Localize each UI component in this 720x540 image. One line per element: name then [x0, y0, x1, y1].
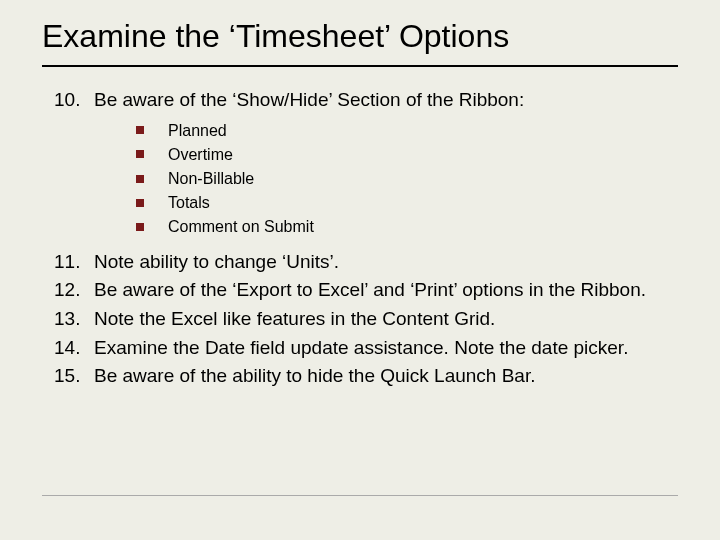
item-number: 13. — [54, 306, 94, 332]
item-number: 15. — [54, 363, 94, 389]
item-number: 12. — [54, 277, 94, 303]
slide: Examine the ‘Timesheet’ Options 10. Be a… — [0, 0, 720, 540]
numbered-list: 10. Be aware of the ‘Show/Hide’ Section … — [42, 87, 678, 113]
list-item: Non-Billable — [136, 167, 678, 190]
sub-item-text: Planned — [168, 119, 227, 142]
bullet-sublist: Planned Overtime Non-Billable Totals Com… — [136, 119, 678, 239]
list-item: 11. Note ability to change ‘Units’. — [54, 249, 678, 275]
item-number: 14. — [54, 335, 94, 361]
square-bullet-icon — [136, 199, 144, 207]
list-item: Planned — [136, 119, 678, 142]
item-number: 11. — [54, 249, 94, 275]
item-text: Note ability to change ‘Units’. — [94, 249, 678, 275]
numbered-list-continued: 11. Note ability to change ‘Units’. 12. … — [42, 249, 678, 389]
square-bullet-icon — [136, 150, 144, 158]
square-bullet-icon — [136, 223, 144, 231]
item-number: 10. — [54, 87, 94, 113]
sub-item-text: Totals — [168, 191, 210, 214]
list-item: Overtime — [136, 143, 678, 166]
list-item: 15. Be aware of the ability to hide the … — [54, 363, 678, 389]
list-item: 10. Be aware of the ‘Show/Hide’ Section … — [54, 87, 678, 113]
sub-item-text: Comment on Submit — [168, 215, 314, 238]
footer-divider — [42, 495, 678, 496]
list-item: 12. Be aware of the ‘Export to Excel’ an… — [54, 277, 678, 303]
item-text: Note the Excel like features in the Cont… — [94, 306, 678, 332]
slide-title: Examine the ‘Timesheet’ Options — [42, 18, 678, 67]
list-item: 13. Note the Excel like features in the … — [54, 306, 678, 332]
item-text: Examine the Date field update assistance… — [94, 335, 678, 361]
item-text: Be aware of the ‘Export to Excel’ and ‘P… — [94, 277, 678, 303]
square-bullet-icon — [136, 126, 144, 134]
sub-item-text: Non-Billable — [168, 167, 254, 190]
list-item: 14. Examine the Date field update assist… — [54, 335, 678, 361]
square-bullet-icon — [136, 175, 144, 183]
sub-item-text: Overtime — [168, 143, 233, 166]
item-text: Be aware of the ‘Show/Hide’ Section of t… — [94, 87, 678, 113]
list-item: Totals — [136, 191, 678, 214]
item-text: Be aware of the ability to hide the Quic… — [94, 363, 678, 389]
list-item: Comment on Submit — [136, 215, 678, 238]
